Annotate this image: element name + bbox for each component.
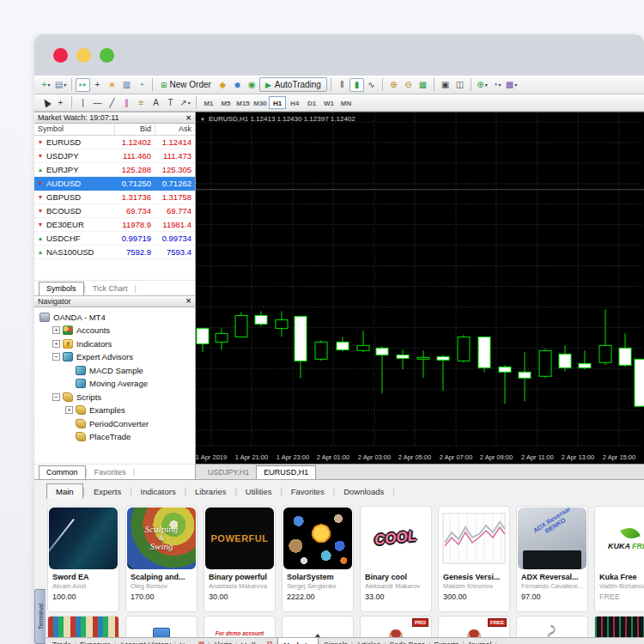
tree-item-scripts[interactable]: −Scripts [34, 391, 195, 404]
expand-icon[interactable]: + [52, 340, 60, 348]
text-label-tool-icon[interactable]: T [163, 96, 178, 110]
product-card-adx-reversal-[interactable]: ADX Reversal RENKOADX Reversal...Fernand… [516, 506, 588, 612]
timeframe-m1[interactable]: M1 [200, 96, 217, 109]
dropdown-caret-icon[interactable]: ▾ [514, 82, 517, 88]
profiles-icon[interactable]: ▤▾ [53, 78, 68, 92]
symbol-row-gbpusd[interactable]: ▼GBPUSD1.317361.31758 [34, 191, 195, 204]
timeframe-mn[interactable]: MN [337, 96, 355, 109]
symbol-row-usdchf[interactable]: ▲USDCHF0.997190.99734 [34, 232, 195, 246]
market-tab-experts[interactable]: Experts [85, 484, 130, 499]
candlestick-chart[interactable] [196, 112, 644, 464]
tree-item-examples[interactable]: +Examples [34, 404, 195, 417]
collapse-icon[interactable]: − [52, 353, 60, 361]
community-user-icon[interactable]: ☻ [230, 78, 245, 92]
product-card-genesis-versi-[interactable]: Genesis Versi...Maksim Khromov300.00 [438, 506, 510, 612]
market-tab-downloads[interactable]: Downloads [335, 484, 392, 499]
text-tool-icon[interactable]: A [149, 96, 163, 110]
timeframe-m5[interactable]: M5 [217, 96, 234, 109]
autotrading-button[interactable]: ▶AutoTrading [259, 77, 327, 92]
product-card-solarsystem[interactable]: SolarSystemSergej Sergienko2222.00 [282, 506, 354, 612]
new-chart-icon[interactable]: +▾ [39, 78, 53, 92]
minimize-button[interactable] [76, 48, 91, 63]
zoom-in-icon[interactable]: ⊕ [386, 78, 401, 92]
periods-icon[interactable]: ◔▾ [489, 78, 504, 92]
crosshair-tool-icon[interactable]: + [53, 96, 68, 110]
vertical-line-tool-icon[interactable]: | [76, 96, 90, 110]
timeframe-d1[interactable]: D1 [303, 96, 320, 109]
terminal-tab-code-base[interactable]: Code Base [386, 638, 428, 644]
market-tab-libraries[interactable]: Libraries [186, 484, 234, 499]
terminal-tab-journal[interactable]: Journal [465, 638, 495, 644]
symbol-row-eurjpy[interactable]: ▲EURJPY125.288125.305 [34, 163, 195, 177]
product-card-scalping-and-[interactable]: Scalping&SwingScalping and...Oleg Boriso… [125, 506, 197, 612]
close-button[interactable] [53, 48, 68, 63]
close-icon[interactable]: ✕ [185, 114, 191, 122]
line-chart-icon[interactable]: ∿ [364, 78, 379, 92]
cursor-tool-icon[interactable] [39, 96, 53, 110]
tree-item-periodconverter[interactable]: PeriodConverter [34, 417, 195, 431]
dropdown-caret-icon[interactable]: ▾ [498, 82, 501, 88]
symbol-row-de30eur[interactable]: ▼DE30EUR11978.911981.4 [34, 218, 195, 232]
auto-arrange-icon[interactable]: ▣ [438, 78, 453, 92]
terminal-tab-experts[interactable]: Experts [430, 638, 462, 644]
chart-tab-eurusd-h1[interactable]: EURUSD,H1 [256, 465, 316, 479]
notifications-icon[interactable]: ◉ [245, 78, 259, 92]
column-ask[interactable]: Ask [155, 124, 195, 135]
tree-item-macd-sample[interactable]: MACD Sample [34, 364, 195, 378]
collapse-icon[interactable]: − [52, 393, 60, 401]
timeframe-w1[interactable]: W1 [320, 96, 337, 109]
horizontal-line-tool-icon[interactable]: — [90, 96, 105, 110]
add-indicator-icon[interactable]: ⊕▾ [475, 78, 489, 92]
styles-bucket-icon[interactable]: ◆ [216, 78, 230, 92]
data-window-icon[interactable]: ▥ [119, 78, 134, 92]
dropdown-caret-icon[interactable]: ▾ [64, 82, 66, 88]
tree-item-oanda-mt4[interactable]: OANDA - MT4 [34, 311, 195, 325]
tree-item-expert-advisors[interactable]: −Expert Advisors [34, 350, 195, 364]
tab-common[interactable]: Common [39, 465, 86, 479]
symbol-row-audusd[interactable]: ▼AUDUSD0.712500.71262 [34, 177, 195, 191]
terminal-tab-market[interactable]: Market... [277, 638, 318, 644]
crosshair-mode-icon[interactable]: + [90, 78, 105, 92]
terminal-side-tab[interactable]: Terminal [34, 589, 46, 644]
terminal-tab-account-history[interactable]: Account History [116, 638, 174, 644]
timeframe-h1[interactable]: H1 [269, 96, 286, 109]
terminal-tab-news[interactable]: News99 [176, 638, 208, 644]
chart-dropdown-icon[interactable]: ▼ [200, 117, 205, 122]
market-tab-favorites[interactable]: Favorites [283, 484, 333, 499]
symbol-row-eurusd[interactable]: ▼EURUSD1.124021.12414 [34, 136, 195, 149]
close-icon[interactable]: ✕ [185, 297, 191, 305]
timeframe-m30[interactable]: M30 [252, 96, 269, 109]
bar-chart-icon[interactable]: ‖ [335, 78, 349, 92]
terminal-tab-exposure[interactable]: Exposure [76, 638, 114, 644]
dropdown-caret-icon[interactable]: ▾ [47, 82, 50, 88]
expand-icon[interactable]: + [52, 326, 60, 334]
tile-windows-icon[interactable]: ▦ [416, 78, 430, 92]
symbol-row-bcousd[interactable]: ▼BCOUSD69.73469.774 [34, 204, 195, 218]
terminal-tab-articles[interactable]: Articles [353, 638, 384, 644]
chart-window[interactable]: ▼ EURUSD,H1 1.12413 1.12430 1.12397 1.12… [196, 112, 644, 464]
window-titlebar[interactable] [34, 34, 644, 76]
candlestick-chart-icon[interactable]: ▮ [349, 78, 364, 92]
timeframe-h4[interactable]: H4 [286, 96, 303, 109]
symbol-row-usdjpy[interactable]: ▼USDJPY111.460111.473 [34, 149, 195, 163]
product-card-binary-cool[interactable]: COOLBinary coolAleksandr Makarov33.00 [360, 506, 432, 612]
column-bid[interactable]: Bid [114, 124, 155, 135]
favorites-icon[interactable]: ★ [105, 78, 119, 92]
tab-tick-chart[interactable]: Tick Chart [86, 283, 135, 295]
product-card-sword-ea[interactable]: Sword EAAkram Azizi100.00 [47, 506, 119, 612]
column-symbol[interactable]: Symbol [34, 124, 114, 135]
terminal-tab-trade[interactable]: Trade [49, 638, 75, 644]
dropdown-caret-icon[interactable]: ▾ [188, 100, 191, 106]
timeframe-m15[interactable]: M15 [234, 96, 252, 109]
new-order-button[interactable]: ⊞New Order [156, 77, 216, 93]
chart-tab-usdjpy-h1[interactable]: USDJPY,H1 [201, 466, 256, 479]
terminal-tab-signals[interactable]: Signals [320, 638, 351, 644]
product-card-binary-powerful[interactable]: POWERFULBinary powerfulAnastasia Makarov… [204, 506, 276, 612]
market-tab-indicators[interactable]: Indicators [132, 484, 185, 499]
product-card-kuka-free[interactable]: KUKA FREEKuka FreeVadim BizhanovFREE [594, 506, 644, 612]
chart-shift-icon[interactable]: ↦ [76, 78, 90, 92]
tree-item-placetrade[interactable]: PlaceTrade [34, 430, 195, 444]
tree-item-accounts[interactable]: +Accounts [34, 324, 195, 337]
market-tab-utilities[interactable]: Utilities [237, 484, 281, 499]
dropdown-caret-icon[interactable]: ▾ [485, 82, 488, 88]
